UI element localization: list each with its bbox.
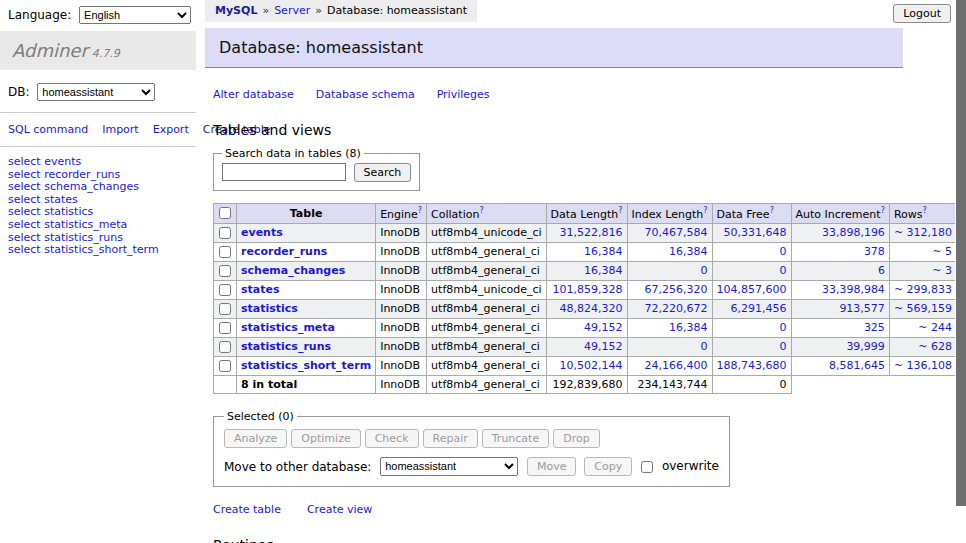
auto-increment-link[interactable]: 33,898,196	[822, 226, 885, 239]
table-name-link[interactable]: statistics_meta	[241, 321, 335, 334]
index-length-link[interactable]: 72,220,672	[645, 302, 708, 315]
data-free-link[interactable]: 0	[780, 321, 787, 334]
select-link[interactable]: select	[8, 231, 41, 244]
rows-count-link[interactable]: ~ 136,108	[894, 359, 952, 372]
bulk-action-button[interactable]: Drop	[553, 429, 599, 448]
table-link[interactable]: schema_changes	[44, 180, 139, 193]
row-checkbox[interactable]	[219, 246, 231, 258]
select-link[interactable]: select	[8, 243, 41, 256]
data-free-link[interactable]: 0	[780, 245, 787, 258]
table-link[interactable]: recorder_runs	[44, 168, 120, 181]
index-length-link[interactable]: 67,256,320	[645, 283, 708, 296]
data-free-link[interactable]: 0	[780, 264, 787, 277]
auto-increment-link[interactable]: 8,581,645	[829, 359, 885, 372]
table-name-link[interactable]: states	[241, 283, 280, 296]
row-checkbox[interactable]	[219, 227, 231, 239]
database-nav-link[interactable]: Privileges	[437, 88, 490, 101]
select-link[interactable]: select	[8, 180, 41, 193]
table-link[interactable]: statistics_runs	[44, 231, 123, 244]
table-name-link[interactable]: statistics	[241, 302, 298, 315]
breadcrumb-server-link[interactable]: Server	[274, 4, 310, 17]
select-all-checkbox[interactable]	[219, 207, 231, 219]
rows-count-link[interactable]: ~ 3	[932, 264, 952, 277]
help-icon[interactable]: ?	[618, 206, 622, 215]
data-length-link[interactable]: 49,152	[584, 340, 623, 353]
help-icon[interactable]: ?	[770, 206, 774, 215]
row-checkbox[interactable]	[219, 284, 231, 296]
move-database-select[interactable]: homeassistant	[380, 457, 518, 476]
help-icon[interactable]: ?	[881, 206, 885, 215]
language-select[interactable]: English	[79, 6, 191, 24]
data-length-link[interactable]: 10,502,144	[560, 359, 623, 372]
data-length-link[interactable]: 101,859,328	[553, 283, 623, 296]
bulk-action-button[interactable]: Optimize	[291, 429, 360, 448]
bulk-action-button[interactable]: Repair	[423, 429, 478, 448]
auto-increment-link[interactable]: 913,577	[839, 302, 885, 315]
select-link[interactable]: select	[8, 205, 41, 218]
sidebar-action-link[interactable]: Import	[102, 123, 139, 136]
table-name-link[interactable]: statistics_runs	[241, 340, 331, 353]
search-button[interactable]: Search	[354, 163, 412, 182]
overwrite-label[interactable]: overwrite	[662, 459, 719, 473]
auto-increment-link[interactable]: 325	[864, 321, 885, 334]
create-link[interactable]: Create table	[213, 503, 281, 516]
index-length-link[interactable]: 0	[701, 264, 708, 277]
auto-increment-link[interactable]: 378	[864, 245, 885, 258]
table-name-link[interactable]: statistics_short_term	[241, 359, 371, 372]
rows-count-link[interactable]: ~ 244	[918, 321, 952, 334]
row-checkbox[interactable]	[219, 341, 231, 353]
rows-count-link[interactable]: ~ 299,833	[894, 283, 952, 296]
help-icon[interactable]: ?	[479, 206, 483, 215]
create-link[interactable]: Create view	[307, 503, 372, 516]
row-checkbox[interactable]	[219, 322, 231, 334]
copy-button[interactable]: Copy	[584, 457, 632, 476]
data-length-link[interactable]: 16,384	[584, 264, 623, 277]
index-length-link[interactable]: 70,467,584	[645, 226, 708, 239]
db-select[interactable]: homeassistant	[37, 83, 155, 101]
database-nav-link[interactable]: Database schema	[316, 88, 415, 101]
data-length-link[interactable]: 31,522,816	[560, 226, 623, 239]
row-checkbox[interactable]	[219, 265, 231, 277]
sidebar-action-link[interactable]: SQL command	[8, 123, 88, 136]
table-name-link[interactable]: events	[241, 226, 283, 239]
rows-count-link[interactable]: ~ 312,180	[894, 226, 952, 239]
sidebar-action-link[interactable]: Export	[153, 123, 189, 136]
rows-count-link[interactable]: ~ 5	[932, 245, 952, 258]
help-icon[interactable]: ?	[418, 206, 422, 215]
table-link[interactable]: statistics	[44, 205, 93, 218]
bulk-action-button[interactable]: Truncate	[482, 429, 549, 448]
auto-increment-link[interactable]: 6	[878, 264, 885, 277]
data-free-link[interactable]: 0	[780, 340, 787, 353]
row-checkbox[interactable]	[219, 360, 231, 372]
breadcrumb-mysql-link[interactable]: MySQL	[215, 4, 257, 17]
rows-count-link[interactable]: ~ 628	[918, 340, 952, 353]
select-link[interactable]: select	[8, 155, 41, 168]
move-button[interactable]: Move	[527, 457, 577, 476]
database-nav-link[interactable]: Alter database	[213, 88, 294, 101]
help-icon[interactable]: ?	[703, 206, 707, 215]
select-link[interactable]: select	[8, 168, 41, 181]
row-checkbox[interactable]	[219, 303, 231, 315]
search-input[interactable]	[222, 163, 346, 181]
bulk-action-button[interactable]: Analyze	[224, 429, 287, 448]
help-icon[interactable]: ?	[922, 206, 926, 215]
data-length-link[interactable]: 48,824,320	[560, 302, 623, 315]
data-length-link[interactable]: 16,384	[584, 245, 623, 258]
table-link[interactable]: statistics_meta	[44, 218, 127, 231]
index-length-link[interactable]: 0	[701, 340, 708, 353]
data-free-link[interactable]: 50,331,648	[724, 226, 787, 239]
bulk-action-button[interactable]: Check	[365, 429, 419, 448]
index-length-link[interactable]: 16,384	[669, 321, 708, 334]
auto-increment-link[interactable]: 33,398,984	[822, 283, 885, 296]
scrollbar-thumb[interactable]	[956, 0, 966, 506]
table-name-link[interactable]: recorder_runs	[241, 245, 327, 258]
index-length-link[interactable]: 16,384	[669, 245, 708, 258]
table-link[interactable]: events	[44, 155, 81, 168]
data-free-link[interactable]: 188,743,680	[717, 359, 787, 372]
table-link[interactable]: statistics_short_term	[44, 243, 158, 256]
logout-button[interactable]: Logout	[893, 4, 951, 23]
select-link[interactable]: select	[8, 218, 41, 231]
overwrite-checkbox[interactable]	[641, 461, 653, 473]
data-free-link[interactable]: 6,291,456	[731, 302, 787, 315]
table-link[interactable]: states	[44, 193, 78, 206]
